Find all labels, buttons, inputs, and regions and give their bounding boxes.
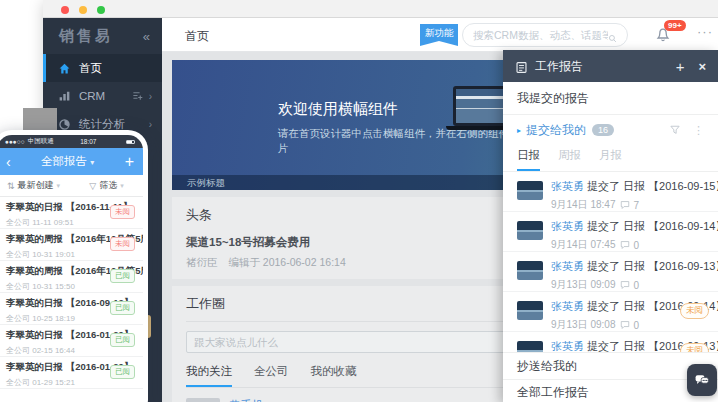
post-author-link[interactable]: 黄手机 <box>229 398 290 402</box>
read-badge: 已阅 <box>110 301 135 315</box>
report-list: 张英勇提交了 日报 【2016-09-15】 9月14日 18:47 7 张英勇… <box>503 172 718 352</box>
tab-my-follow[interactable]: 我的关注 <box>186 364 232 387</box>
comment-icon <box>620 320 630 330</box>
clock: 18:07 <box>54 138 123 145</box>
sidebar-item-crm[interactable]: CRM › <box>43 82 162 110</box>
signal-dots: ●●●○○ <box>5 138 25 145</box>
report-list-item[interactable]: 张英勇提交了 日报 【2016-09-14】 9月14日 07:45 0 <box>503 212 718 252</box>
kebab-menu-icon[interactable]: ⋮ <box>693 124 704 137</box>
battery-icon <box>126 140 135 144</box>
report-author-link[interactable]: 张英勇 <box>551 260 584 272</box>
caret-down-icon: ▾ <box>90 158 94 167</box>
caret-down-icon: ▾ <box>57 182 61 190</box>
tab-weekly-report[interactable]: 周报 <box>558 145 581 171</box>
comment-icon <box>620 200 630 210</box>
maximize-window-button[interactable] <box>97 6 105 14</box>
report-thumbnail <box>517 261 543 280</box>
unread-badge: 未阅 <box>110 237 135 251</box>
report-author-link[interactable]: 张英勇 <box>551 180 584 192</box>
report-thumbnail <box>517 181 543 200</box>
unread-badge: 未阅 <box>680 303 709 319</box>
chevron-right-icon[interactable]: › <box>149 119 152 130</box>
sort-control[interactable]: ⇅ 最新创建 ▾ <box>0 179 70 192</box>
phone-status-bar: ●●●○○ 中国联通 18:07 <box>0 135 143 148</box>
close-panel-icon[interactable]: × <box>698 59 706 74</box>
carrier-label: 中国联通 <box>28 137 54 146</box>
my-submitted-reports-link[interactable]: 我提交的报告 <box>503 82 718 115</box>
filter-funnel-icon[interactable] <box>669 124 681 136</box>
panel-title: 工作报告 <box>535 58 676 75</box>
sidebar-item-label: 首页 <box>79 61 102 76</box>
read-badge: 已阅 <box>110 333 135 347</box>
add-report-icon[interactable]: + <box>676 58 685 75</box>
report-author-link[interactable]: 张英勇 <box>551 220 584 232</box>
phone-title-dropdown[interactable]: 全部报告 ▾ <box>11 154 125 169</box>
report-thumbnail <box>517 301 543 320</box>
unread-badge: 未阅 <box>680 343 709 352</box>
list-add-icon[interactable] <box>132 90 143 103</box>
tab-daily-report[interactable]: 日报 <box>517 145 540 171</box>
tab-home[interactable]: 首页 <box>185 28 209 45</box>
app-logo: 销售易 <box>59 27 143 46</box>
phone-report-item[interactable]: 李翠英的周报 【2016年10月第5周】 全公司 10-31 19:01 未阅 <box>0 229 143 261</box>
report-thumbnail <box>517 341 543 352</box>
home-icon <box>58 62 71 75</box>
headline-edit-time: 编辑于 2016-06-02 16:14 <box>228 256 345 268</box>
avatar <box>186 398 220 402</box>
tab-whole-company[interactable]: 全公司 <box>254 364 289 387</box>
phone-report-item[interactable]: 李翠英的日报 【2016-11-11】 全公司 11-11 09:51 未阅 <box>0 197 143 229</box>
panel-header: 工作报告 + × <box>503 50 718 82</box>
minimize-window-button[interactable] <box>79 6 87 14</box>
submitted-to-me-section[interactable]: ▸ 提交给我的 16 ⋮ <box>503 115 718 145</box>
window-titlebar <box>43 0 718 18</box>
search-input[interactable] <box>473 29 608 41</box>
phone-report-item[interactable]: 李翠英的日报 【2016-01-29】 全公司 02-15 16:44 已阅 <box>0 325 143 357</box>
report-list-item[interactable]: 张英勇提交了 日报 【2016-09-13】 未阅 <box>503 332 718 352</box>
report-type-tabs: 日报 周报 月报 <box>503 145 718 172</box>
report-list-item[interactable]: 张英勇提交了 日报 【2016-09-15】 9月14日 18:47 7 <box>503 172 718 212</box>
phone-report-item[interactable]: 李翠英的周报 【2016年10月第5周】 全公司 10-31 15:50 已阅 <box>0 261 143 293</box>
phone-report-item[interactable]: 李翠英的日报 【2016-09-12】 全公司 10-25 18:19 已阅 <box>0 293 143 325</box>
report-count-badge: 16 <box>592 124 614 136</box>
report-author-link[interactable]: 张英勇 <box>551 340 584 352</box>
panel-footer: 抄送给我的 全部工作报告 <box>503 352 718 402</box>
report-author-link[interactable]: 张英勇 <box>551 300 584 312</box>
sidebar-item-label: CRM <box>79 90 105 102</box>
read-badge: 已阅 <box>110 365 135 379</box>
phone-report-item[interactable]: 李翠英的日报 【2016-01-29】 全公司 01-29 15:21 已阅 <box>0 357 143 389</box>
chat-bubbles-icon <box>694 372 710 388</box>
filter-control[interactable]: ▽ 筛选 ▾ <box>70 179 143 192</box>
report-list-item[interactable]: 张英勇提交了 日报 【2016-09-13】 9月13日 09:09 0 <box>503 252 718 292</box>
phone-filter-bar: ⇅ 最新创建 ▾ ▽ 筛选 ▾ <box>0 175 143 197</box>
chevron-right-icon[interactable]: › <box>149 91 152 102</box>
funnel-icon: ▽ <box>89 181 96 191</box>
topbar: 首页 新功能 99+ ··· <box>162 18 718 52</box>
work-report-panel: 工作报告 + × 我提交的报告 ▸ 提交给我的 16 ⋮ 日报 周报 月报 张英… <box>503 50 718 402</box>
tab-monthly-report[interactable]: 月报 <box>599 145 622 171</box>
cc-to-me-link[interactable]: 抄送给我的 <box>503 353 718 379</box>
close-window-button[interactable] <box>61 6 69 14</box>
report-document-icon <box>515 60 528 73</box>
search-box[interactable] <box>462 23 628 47</box>
headline-author: 褚衍臣 <box>186 256 218 268</box>
sidebar-item-home[interactable]: 首页 <box>43 54 162 82</box>
phone-mockup: ●●●○○ 中国联通 18:07 ‹ 全部报告 ▾ + ⇅ 最新创建 ▾ ▽ 筛… <box>0 130 148 402</box>
new-feature-ribbon: 新功能 <box>420 24 458 41</box>
bar-chart-icon <box>58 90 71 103</box>
comment-icon <box>620 280 630 290</box>
sidebar-collapse-icon[interactable]: « <box>143 29 150 44</box>
tab-my-favorites[interactable]: 我的收藏 <box>311 364 357 387</box>
all-work-reports-link[interactable]: 全部工作报告 <box>503 379 718 402</box>
search-icon <box>608 29 617 42</box>
add-icon[interactable]: + <box>125 153 134 171</box>
chat-float-button[interactable] <box>687 364 717 396</box>
phone-nav-bar: ‹ 全部报告 ▾ + <box>0 148 143 175</box>
comment-icon <box>620 240 630 250</box>
caret-down-icon: ▾ <box>120 182 124 190</box>
banner-title: 欢迎使用横幅组件 <box>278 100 398 119</box>
report-list-item[interactable]: 张英勇提交了 日报 【2016-09-14】 9月13日 09:08 0 未阅 <box>503 292 718 332</box>
sort-icon: ⇅ <box>7 181 15 191</box>
more-menu-icon[interactable]: ··· <box>697 24 713 39</box>
report-thumbnail <box>517 221 543 240</box>
pie-chart-icon <box>58 118 71 131</box>
